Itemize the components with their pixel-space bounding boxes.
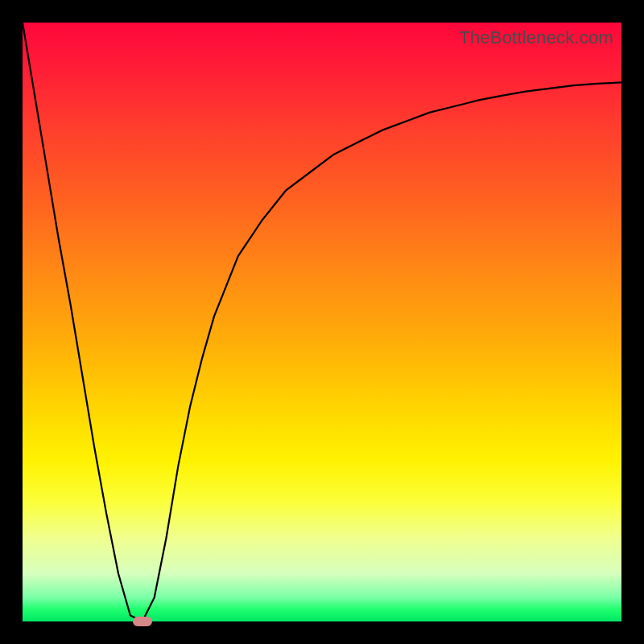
- plot-area: TheBottleneck.com: [23, 23, 621, 621]
- chart-frame: TheBottleneck.com: [0, 0, 644, 644]
- curve-svg: [23, 23, 621, 621]
- optimum-marker: [133, 617, 152, 626]
- bottleneck-curve: [23, 23, 621, 621]
